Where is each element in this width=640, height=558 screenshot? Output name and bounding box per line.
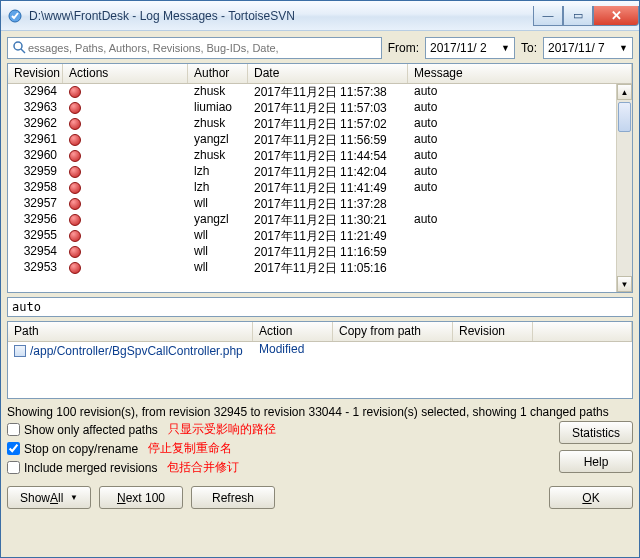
cell-date: 2017年11月2日 11:57:02: [248, 116, 408, 132]
col-header-copyfrom[interactable]: Copy from path: [333, 322, 453, 341]
table-row[interactable]: 32956yangzl2017年11月2日 11:30:21auto: [8, 212, 632, 228]
table-row[interactable]: 32964zhusk2017年11月2日 11:57:38auto: [8, 84, 632, 100]
modified-icon: [69, 246, 81, 258]
cell-path: /app/Controller/BgSpvCallController.php: [8, 342, 253, 360]
table-row[interactable]: 32958lzh2017年11月2日 11:41:49auto: [8, 180, 632, 196]
check-column: Show only affected paths 只显示受影响的路径 Stop …: [7, 421, 276, 476]
search-box[interactable]: [7, 37, 382, 59]
table-row[interactable]: 32959lzh2017年11月2日 11:42:04auto: [8, 164, 632, 180]
table-row[interactable]: 32963liumiao2017年11月2日 11:57:03auto: [8, 100, 632, 116]
checkbox-merged[interactable]: [7, 461, 20, 474]
statistics-button[interactable]: Statistics: [559, 421, 633, 444]
maximize-button[interactable]: ▭: [563, 6, 593, 26]
cell-revision: 32962: [8, 116, 63, 132]
ok-button[interactable]: OK: [549, 486, 633, 509]
modified-icon: [69, 214, 81, 226]
cell-date: 2017年11月2日 11:05:16: [248, 260, 408, 276]
revision-grid-header: Revision Actions Author Date Message: [8, 64, 632, 84]
cell-revision: 32955: [8, 228, 63, 244]
cell-author: liumiao: [188, 100, 248, 116]
cell-message: auto: [408, 84, 632, 100]
col-header-revision[interactable]: Revision: [8, 64, 63, 83]
check-merged[interactable]: Include merged revisions 包括合并修订: [7, 459, 276, 476]
from-date-picker[interactable]: 2017/11/ 2 ▼: [425, 37, 515, 59]
paths-grid-body[interactable]: /app/Controller/BgSpvCallController.phpM…: [8, 342, 632, 398]
svg-line-2: [21, 49, 25, 53]
table-row[interactable]: 32955wll2017年11月2日 11:21:49: [8, 228, 632, 244]
next-100-button[interactable]: Next 100: [99, 486, 183, 509]
search-input[interactable]: [26, 41, 377, 55]
cell-revision: 32964: [8, 84, 63, 100]
modified-icon: [69, 182, 81, 194]
checkbox-stop[interactable]: [7, 442, 20, 455]
col-header-action[interactable]: Action: [253, 322, 333, 341]
cell-date: 2017年11月2日 11:37:28: [248, 196, 408, 212]
window-buttons: — ▭ ✕: [533, 6, 639, 26]
minimize-button[interactable]: —: [533, 6, 563, 26]
app-icon: [7, 8, 23, 24]
table-row[interactable]: 32960zhusk2017年11月2日 11:44:54auto: [8, 148, 632, 164]
cell-actions: [63, 132, 188, 148]
cell-revision: 32959: [8, 164, 63, 180]
file-icon: [14, 345, 26, 357]
cell-message: auto: [408, 100, 632, 116]
modified-icon: [69, 166, 81, 178]
modified-icon: [69, 198, 81, 210]
from-label: From:: [388, 41, 419, 55]
check-stop-on-copy[interactable]: Stop on copy/rename 停止复制重命名: [7, 440, 276, 457]
cell-date: 2017年11月2日 11:30:21: [248, 212, 408, 228]
refresh-button[interactable]: Refresh: [191, 486, 275, 509]
check-affected-label: Show only affected paths: [24, 423, 158, 437]
scrollbar-vertical[interactable]: ▲ ▼: [616, 84, 632, 292]
check-merged-label: Include merged revisions: [24, 461, 157, 475]
help-button[interactable]: Help: [559, 450, 633, 473]
scroll-down-button[interactable]: ▼: [617, 276, 632, 292]
col-header-message[interactable]: Message: [408, 64, 632, 83]
cell-date: 2017年11月2日 11:57:38: [248, 84, 408, 100]
chevron-down-icon: ▼: [619, 43, 628, 53]
path-row[interactable]: /app/Controller/BgSpvCallController.phpM…: [8, 342, 632, 360]
table-row[interactable]: 32962zhusk2017年11月2日 11:57:02auto: [8, 116, 632, 132]
table-row[interactable]: 32953wll2017年11月2日 11:05:16: [8, 260, 632, 276]
cell-revision: 32958: [8, 180, 63, 196]
to-date-value: 2017/11/ 7: [548, 41, 605, 55]
cell-message: [408, 244, 632, 260]
cell-message: auto: [408, 180, 632, 196]
bottom-button-row: Show All ▼ Next 100 Refresh OK: [7, 486, 633, 509]
commit-message[interactable]: auto: [7, 297, 633, 317]
col-header-author[interactable]: Author: [188, 64, 248, 83]
cell-author: lzh: [188, 164, 248, 180]
table-row[interactable]: 32961yangzl2017年11月2日 11:56:59auto: [8, 132, 632, 148]
cell-author: zhusk: [188, 84, 248, 100]
check-stop-label: Stop on copy/rename: [24, 442, 138, 456]
cell-author: yangzl: [188, 132, 248, 148]
cell-message: auto: [408, 164, 632, 180]
cell-author: yangzl: [188, 212, 248, 228]
close-button[interactable]: ✕: [593, 6, 639, 26]
show-all-button[interactable]: Show All ▼: [7, 486, 91, 509]
cell-actions: [63, 148, 188, 164]
cell-message: auto: [408, 132, 632, 148]
col-header-pathrev[interactable]: Revision: [453, 322, 533, 341]
cell-actions: [63, 260, 188, 276]
to-date-picker[interactable]: 2017/11/ 7 ▼: [543, 37, 633, 59]
table-row[interactable]: 32957wll2017年11月2日 11:37:28: [8, 196, 632, 212]
cell-message: [408, 260, 632, 276]
col-header-actions[interactable]: Actions: [63, 64, 188, 83]
scroll-up-button[interactable]: ▲: [617, 84, 632, 100]
check-affected-paths[interactable]: Show only affected paths 只显示受影响的路径: [7, 421, 276, 438]
cell-author: wll: [188, 228, 248, 244]
revision-grid-body[interactable]: ▲ ▼ 32964zhusk2017年11月2日 11:57:38auto329…: [8, 84, 632, 292]
col-header-path[interactable]: Path: [8, 322, 253, 341]
modified-icon: [69, 102, 81, 114]
cell-date: 2017年11月2日 11:21:49: [248, 228, 408, 244]
revision-grid: Revision Actions Author Date Message ▲ ▼…: [7, 63, 633, 293]
from-date-value: 2017/11/ 2: [430, 41, 487, 55]
table-row[interactable]: 32954wll2017年11月2日 11:16:59: [8, 244, 632, 260]
cell-author: wll: [188, 260, 248, 276]
cell-date: 2017年11月2日 11:42:04: [248, 164, 408, 180]
scroll-thumb[interactable]: [618, 102, 631, 132]
checkbox-affected[interactable]: [7, 423, 20, 436]
modified-icon: [69, 230, 81, 242]
col-header-date[interactable]: Date: [248, 64, 408, 83]
